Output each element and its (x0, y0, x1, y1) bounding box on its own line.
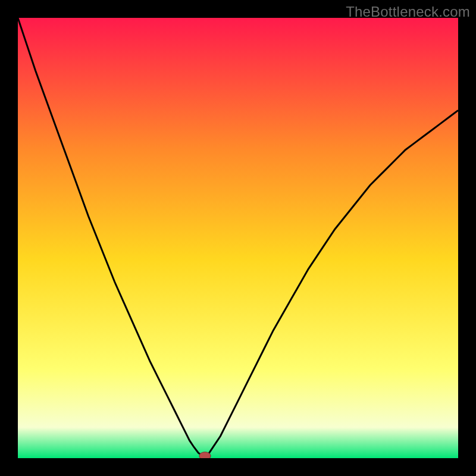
gradient-background (18, 18, 458, 458)
plot-area (18, 18, 458, 458)
optimum-marker (199, 452, 211, 458)
chart-svg (18, 18, 458, 458)
chart-frame: TheBottleneck.com (0, 0, 476, 476)
